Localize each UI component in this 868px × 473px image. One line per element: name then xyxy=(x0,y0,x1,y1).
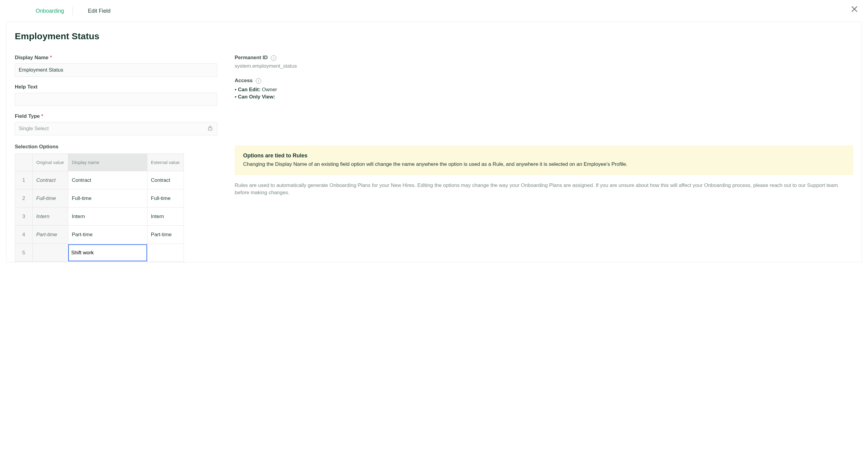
original-cell: Intern xyxy=(33,208,68,226)
permanent-id-label: Permanent ID xyxy=(235,55,268,60)
callout-body: Changing the Display Name of an existing… xyxy=(243,161,845,168)
display-name-label: Display Name xyxy=(15,55,217,61)
help-text-input[interactable] xyxy=(15,93,217,106)
field-type-select xyxy=(15,122,217,135)
lock-icon xyxy=(208,125,213,132)
external-cell[interactable]: Full-time xyxy=(147,189,184,208)
rules-note: Rules are used to automatically generate… xyxy=(235,182,853,196)
meta-column: Permanent ID i system.employment_status … xyxy=(235,55,853,262)
table-row: 3 Intern Intern Intern xyxy=(15,208,184,226)
close-button[interactable] xyxy=(851,4,858,14)
display-cell-input[interactable] xyxy=(68,244,147,261)
original-cell xyxy=(33,244,68,262)
th-display: Display name xyxy=(68,154,147,171)
external-cell[interactable]: Contract xyxy=(147,171,184,189)
display-name-input[interactable] xyxy=(15,63,217,77)
access-edit-value: Owner xyxy=(262,87,277,92)
access-view-label: Can Only View: xyxy=(238,94,275,100)
selection-options-table: Original value Display name External val… xyxy=(15,153,184,262)
breadcrumb-bar: Onboarding Edit Field xyxy=(6,0,862,22)
external-cell[interactable] xyxy=(147,244,184,262)
info-icon[interactable]: i xyxy=(271,55,276,61)
close-icon xyxy=(851,6,858,12)
table-row: 1 Contract Contract Contract xyxy=(15,171,184,189)
table-row: 5 xyxy=(15,244,184,262)
th-external: External value xyxy=(147,154,184,171)
display-cell[interactable]: Part-time xyxy=(68,226,147,244)
original-cell: Part-time xyxy=(33,226,68,244)
breadcrumb-current: Edit Field xyxy=(88,8,111,14)
access-label: Access xyxy=(235,77,253,83)
original-cell: Contract xyxy=(33,171,68,189)
edit-field-panel: Employment Status Display Name Help Text… xyxy=(6,22,862,262)
help-text-label: Help Text xyxy=(15,84,217,90)
row-index: 4 xyxy=(15,226,33,244)
table-row: 2 Full-time Full-time Full-time xyxy=(15,189,184,208)
info-icon[interactable]: i xyxy=(256,78,261,84)
callout-title: Options are tied to Rules xyxy=(243,153,845,159)
selection-options-label: Selection Options xyxy=(15,144,217,150)
display-cell[interactable]: Contract xyxy=(68,171,147,189)
form-column: Display Name Help Text Field Type xyxy=(15,55,217,262)
breadcrumb-divider xyxy=(72,7,73,15)
field-type-label: Field Type xyxy=(15,113,217,119)
permanent-id-value: system.employment_status xyxy=(235,63,853,69)
external-cell[interactable]: Part-time xyxy=(147,226,184,244)
row-index: 2 xyxy=(15,189,33,208)
page-title: Employment Status xyxy=(15,31,853,41)
original-cell: Full-time xyxy=(33,189,68,208)
access-view-row: Can Only View: xyxy=(235,94,853,100)
th-original: Original value xyxy=(33,154,68,171)
svg-rect-0 xyxy=(208,128,212,130)
row-index: 1 xyxy=(15,171,33,189)
row-index: 3 xyxy=(15,208,33,226)
display-cell[interactable]: Full-time xyxy=(68,189,147,208)
th-index xyxy=(15,154,33,171)
rules-callout: Options are tied to Rules Changing the D… xyxy=(235,145,853,175)
access-edit-row: Can Edit: Owner xyxy=(235,87,853,93)
external-cell[interactable]: Intern xyxy=(147,208,184,226)
row-index: 5 xyxy=(15,244,33,262)
table-row: 4 Part-time Part-time Part-time xyxy=(15,226,184,244)
display-cell[interactable]: Intern xyxy=(68,208,147,226)
breadcrumb-parent[interactable]: Onboarding xyxy=(36,8,64,14)
access-edit-label: Can Edit: xyxy=(238,87,261,92)
